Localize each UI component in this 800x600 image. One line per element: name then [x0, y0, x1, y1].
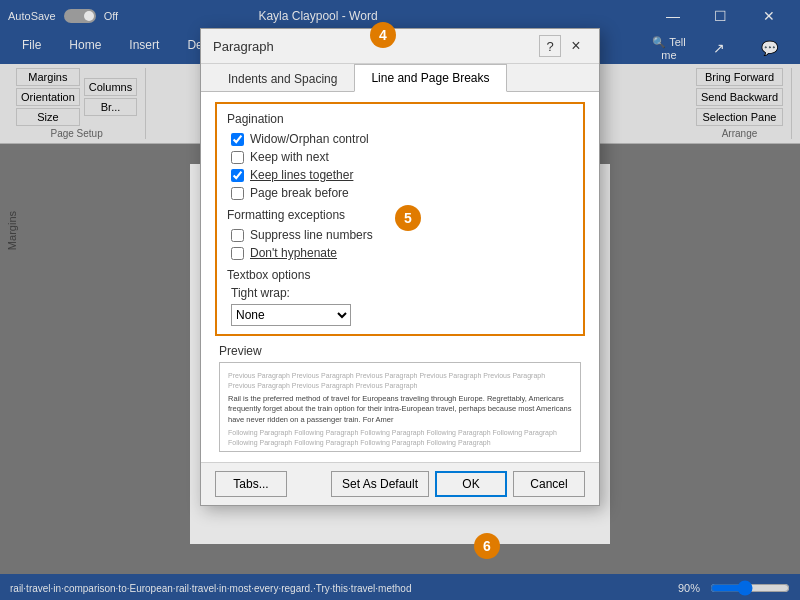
dialog-close-button[interactable]: × — [565, 35, 587, 57]
dialog-title: Paragraph — [213, 39, 274, 54]
keep-with-next-label[interactable]: Keep with next — [250, 150, 329, 164]
paragraph-dialog: Paragraph ? × Indents and Spacing Line a… — [200, 28, 600, 506]
dialog-help-button[interactable]: ? — [539, 35, 561, 57]
ok-button[interactable]: OK — [435, 471, 507, 497]
dialog-footer: Tabs... Set As Default OK Cancel — [201, 462, 599, 505]
preview-section: Preview Previous Paragraph Previous Para… — [215, 344, 585, 452]
dialog-tabs: Indents and Spacing Line and Page Breaks — [201, 64, 599, 92]
page-break-before-row: Page break before — [227, 186, 573, 200]
tab-line-page-breaks[interactable]: Line and Page Breaks — [354, 64, 506, 92]
preview-previous-text: Previous Paragraph Previous Paragraph Pr… — [228, 371, 572, 391]
widow-orphan-checkbox[interactable] — [231, 133, 244, 146]
dialog-titlebar: Paragraph ? × — [201, 29, 599, 64]
tabs-button[interactable]: Tabs... — [215, 471, 287, 497]
keep-with-next-row: Keep with next — [227, 150, 573, 164]
keep-with-next-checkbox[interactable] — [231, 151, 244, 164]
dialog-title-controls: ? × — [539, 35, 587, 57]
preview-main-text: Rail is the preferred method of travel f… — [228, 394, 572, 426]
pagination-section-title: Pagination — [227, 112, 573, 126]
tab-indents-spacing[interactable]: Indents and Spacing — [211, 64, 354, 92]
keep-lines-together-label[interactable]: Keep lines together — [250, 168, 353, 182]
preview-box: Previous Paragraph Previous Paragraph Pr… — [219, 362, 581, 452]
textbox-options-section: Textbox options Tight wrap: None All Fir… — [227, 268, 573, 326]
page-break-before-label[interactable]: Page break before — [250, 186, 349, 200]
step-bubble-4: 4 — [370, 22, 396, 48]
cancel-button[interactable]: Cancel — [513, 471, 585, 497]
tight-wrap-label: Tight wrap: — [227, 286, 573, 300]
widow-orphan-label[interactable]: Widow/Orphan control — [250, 132, 369, 146]
dialog-body: Pagination Widow/Orphan control Keep wit… — [201, 92, 599, 462]
suppress-line-numbers-label[interactable]: Suppress line numbers — [250, 228, 373, 242]
page-break-before-checkbox[interactable] — [231, 187, 244, 200]
keep-lines-together-checkbox[interactable] — [231, 169, 244, 182]
tight-wrap-select[interactable]: None All First and last lines First line… — [231, 304, 351, 326]
set-as-default-button[interactable]: Set As Default — [331, 471, 429, 497]
widow-orphan-row: Widow/Orphan control — [227, 132, 573, 146]
preview-title: Preview — [219, 344, 581, 358]
dont-hyphenate-label[interactable]: Don't hyphenate — [250, 246, 337, 260]
dont-hyphenate-row: Don't hyphenate — [227, 246, 573, 260]
step-bubble-6: 6 — [474, 533, 500, 559]
tight-wrap-select-row: None All First and last lines First line… — [227, 304, 573, 326]
step-bubble-5: 5 — [395, 205, 421, 231]
preview-following-text: Following Paragraph Following Paragraph … — [228, 428, 572, 448]
suppress-line-numbers-row: Suppress line numbers — [227, 228, 573, 242]
dont-hyphenate-checkbox[interactable] — [231, 247, 244, 260]
keep-lines-together-row: Keep lines together — [227, 168, 573, 182]
modal-overlay: Paragraph ? × Indents and Spacing Line a… — [0, 0, 800, 600]
textbox-options-title: Textbox options — [227, 268, 573, 282]
suppress-line-numbers-checkbox[interactable] — [231, 229, 244, 242]
